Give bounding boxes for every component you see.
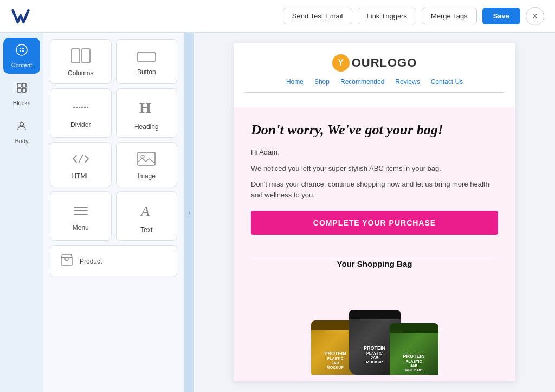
close-button[interactable]: X <box>526 7 544 25</box>
logo <box>11 7 30 26</box>
text-label: Text <box>140 226 152 234</box>
panel-item-product[interactable]: Product <box>50 245 177 277</box>
content-icon <box>15 43 28 60</box>
email-nav: Home Shop Recommended Reviews Contact Us <box>244 72 505 88</box>
body-icon <box>15 119 28 136</box>
nav-shop[interactable]: Shop <box>314 78 330 86</box>
svg-point-13 <box>141 155 144 158</box>
svg-rect-3 <box>17 88 21 92</box>
panel-item-divider[interactable]: Divider <box>50 88 112 138</box>
button-label: Button <box>137 68 156 76</box>
svg-point-5 <box>20 123 24 126</box>
text-icon: A <box>137 201 156 223</box>
panel-item-html[interactable]: HTML <box>50 142 112 187</box>
svg-point-0 <box>16 44 27 55</box>
svg-rect-4 <box>22 88 26 92</box>
button-icon <box>137 50 156 65</box>
panel-grid: Columns Button Divider <box>50 39 177 241</box>
sidebar-body-label: Body <box>15 138 28 144</box>
jar-green-label: PROTEINPLASTICJARMOCKUP <box>403 354 424 372</box>
panel-item-columns[interactable]: Columns <box>50 39 112 84</box>
svg-rect-2 <box>22 83 26 87</box>
svg-rect-12 <box>138 152 155 165</box>
image-label: Image <box>138 172 156 180</box>
heading-icon: H <box>137 98 156 120</box>
email-body-text-2: Don't miss your chance, continue shoppin… <box>251 179 498 200</box>
save-button[interactable]: Save <box>482 8 520 24</box>
menu-icon <box>71 203 91 221</box>
product-jar-green: PROTEINPLASTICJARMOCKUP <box>390 323 438 375</box>
header-actions: Send Test Email Link Triggers Merge Tags… <box>283 7 544 25</box>
panel-collapse-handle[interactable]: ‹ <box>184 33 194 392</box>
jar-black-label: PROTEINPLASTICJARMOCKUP <box>364 346 385 364</box>
email-divider-top <box>244 92 505 93</box>
link-triggers-button[interactable]: Link Triggers <box>358 8 416 24</box>
shopping-bag-title: Your Shopping Bag <box>251 259 498 268</box>
merge-tags-button[interactable]: Merge Tags <box>422 8 477 24</box>
menu-label: Menu <box>73 224 89 232</box>
sidebar-blocks-label: Blocks <box>13 100 30 106</box>
logo-icon <box>11 7 30 26</box>
divider-icon <box>71 100 91 118</box>
logo-text: OURLOGO <box>347 56 417 70</box>
email-greeting: Hi Adam, <box>251 147 498 158</box>
email-headline: Don't worry, We've got your bag! <box>251 121 498 138</box>
sidebar-content-label: Content <box>11 62 33 68</box>
product-label: Product <box>80 258 102 265</box>
header: Send Test Email Link Triggers Merge Tags… <box>0 0 555 33</box>
email-body: Don't worry, We've got your bag! Hi Adam… <box>234 108 515 259</box>
svg-rect-8 <box>137 52 156 62</box>
email-preview: Y OURLOGO Home Shop Recommended Reviews … <box>194 33 555 392</box>
panel-item-menu[interactable]: Menu <box>50 191 112 241</box>
product-icon <box>59 252 74 270</box>
nav-reviews[interactable]: Reviews <box>395 78 420 86</box>
nav-contact-us[interactable]: Contact Us <box>431 78 463 86</box>
jar-green-lid <box>390 323 438 333</box>
email-body-text-1: We noticed you left your super stylish A… <box>251 163 498 174</box>
jar-black-lid <box>349 310 401 319</box>
html-icon <box>71 151 91 169</box>
sidebar: Content Blocks Body <box>0 33 43 392</box>
send-test-email-button[interactable]: Send Test Email <box>283 8 352 24</box>
product-image-area: PROTEINPLASTICJARMOCKUP PROTEINPLASTICJA… <box>251 277 498 375</box>
main-layout: Content Blocks Body <box>0 33 555 392</box>
panel-item-image[interactable]: Image <box>116 142 178 187</box>
sidebar-item-body[interactable]: Body <box>3 114 40 150</box>
jar-gold-label: PROTEINPLASTICJARMOCKUP <box>324 351 346 369</box>
columns-label: Columns <box>68 69 93 77</box>
panel-item-text[interactable]: A Text <box>116 191 178 241</box>
email-canvas: Y OURLOGO Home Shop Recommended Reviews … <box>234 43 515 381</box>
email-logo: Y OURLOGO <box>332 54 417 72</box>
nav-recommended[interactable]: Recommended <box>340 78 384 86</box>
divider-label: Divider <box>70 121 91 128</box>
nav-home[interactable]: Home <box>286 78 304 86</box>
html-label: HTML <box>72 172 89 180</box>
blocks-icon <box>15 81 28 98</box>
svg-rect-6 <box>72 49 80 63</box>
panel-item-button[interactable]: Button <box>116 39 178 84</box>
svg-rect-18 <box>61 258 72 265</box>
sidebar-item-blocks[interactable]: Blocks <box>3 76 40 112</box>
cta-button[interactable]: COMPLETE YOUR PURCHASE <box>251 211 498 235</box>
columns-icon <box>71 48 91 66</box>
svg-text:A: A <box>140 203 150 219</box>
svg-line-11 <box>79 155 83 163</box>
logo-circle: Y <box>332 54 350 72</box>
image-icon <box>137 151 156 169</box>
heading-label: Heading <box>134 123 159 131</box>
panel-item-heading[interactable]: H Heading <box>116 88 178 138</box>
email-header: Y OURLOGO Home Shop Recommended Reviews … <box>234 43 515 108</box>
chevron-left-icon: ‹ <box>188 209 190 216</box>
sidebar-item-content[interactable]: Content <box>3 38 40 74</box>
shopping-bag-section: Your Shopping Bag PROTEINPLASTICJARMOCKU… <box>234 259 515 381</box>
svg-rect-7 <box>82 49 90 63</box>
svg-text:H: H <box>139 99 151 116</box>
content-panel: Columns Button Divider <box>43 33 184 392</box>
svg-rect-1 <box>17 83 21 87</box>
